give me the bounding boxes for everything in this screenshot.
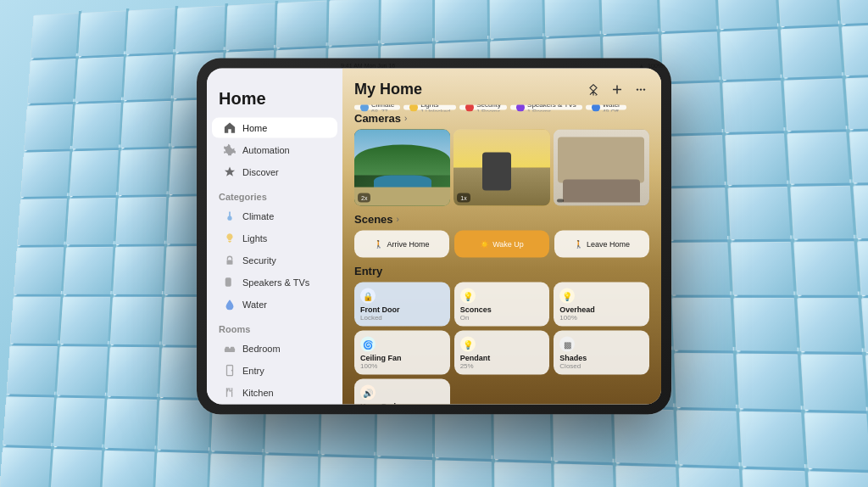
sidebar: Home Home Automation <box>207 69 342 405</box>
speaker-icon <box>224 277 236 288</box>
pendant-icon-row: 💡 <box>460 337 544 352</box>
lock-icon <box>224 255 236 266</box>
sidebar-item-bedroom[interactable]: Bedroom <box>212 339 337 359</box>
homepod-device-icon-row: 🔊 <box>360 385 444 400</box>
front-door-status: Locked <box>360 314 444 322</box>
pill-security[interactable]: Security 1 Rooms <box>459 105 507 110</box>
cube-cell <box>842 24 868 77</box>
cam2-badge: 1x <box>457 193 470 203</box>
device-card-ceiling-fan[interactable]: 🌀 Ceiling Fan 100% <box>354 331 450 375</box>
drop-icon <box>224 299 236 311</box>
cube-cell <box>69 150 120 198</box>
sidebar-item-speakers-tvs[interactable]: Speakers & TVs <box>212 272 337 293</box>
bluetooth-icon[interactable] <box>585 81 602 98</box>
overhead-icon-row: 💡 <box>559 288 643 304</box>
cube-cell <box>10 296 61 344</box>
cameras-header: Cameras › <box>354 112 649 125</box>
scene-arrive-home[interactable]: 🚶 Arrive Home <box>354 231 449 258</box>
wakeup-icon: ☀️ <box>480 240 489 249</box>
overhead-name: Overhead <box>559 305 643 314</box>
cube-cell <box>804 412 868 472</box>
sidebar-item-climate[interactable]: Climate <box>212 206 337 227</box>
cube-cell <box>31 13 80 59</box>
cameras-grid: 2x 1x <box>354 130 649 206</box>
cube-cell <box>783 78 848 132</box>
device-card-overhead[interactable]: 💡 Overhead 100% <box>554 283 649 327</box>
pill-climate[interactable]: Climate 68–77 <box>354 105 400 110</box>
star-icon <box>224 166 236 178</box>
cube-cell <box>777 0 840 27</box>
main-title: My Home <box>354 81 422 98</box>
cube-cell <box>66 198 117 245</box>
add-button[interactable] <box>609 81 626 98</box>
cube-cell <box>50 449 103 487</box>
overhead-icon: 💡 <box>559 288 575 304</box>
sidebar-item-water[interactable]: Water <box>212 294 337 315</box>
front-door-icon: 🔒 <box>360 288 376 304</box>
device-card-pendant[interactable]: 💡 Pendant 25% <box>454 331 550 375</box>
cube-cell <box>102 451 155 487</box>
cube-cell <box>674 353 737 409</box>
camera-thumb-2[interactable]: 1x <box>453 130 549 206</box>
sidebar-item-automation[interactable]: Automation <box>212 140 337 160</box>
cube-cell <box>75 56 125 103</box>
devices-grid: 🔒 Front Door Locked 💡 <box>354 283 649 405</box>
pill-speakers[interactable]: Speakers & TVs 1 Rooms <box>510 105 582 110</box>
sidebar-item-security[interactable]: Security <box>212 250 337 271</box>
speakers-pill-icon <box>516 105 525 112</box>
cube-cell <box>104 399 158 451</box>
ipad-screen: 9:41 AM Mon Jun 16 ▲ 100% Home Home <box>207 69 661 405</box>
camera-thumb-1[interactable]: 2x <box>354 130 450 206</box>
cam2-overlay: 1x <box>453 130 549 206</box>
leave-icon: 🚶 <box>574 240 583 249</box>
cube-cell <box>57 346 109 396</box>
shades-icon-row: ▩ <box>559 337 643 352</box>
cube-cell <box>797 298 864 354</box>
cube-cell <box>53 397 106 449</box>
gear-icon <box>224 144 236 156</box>
cameras-section: Cameras › 2 <box>342 112 661 213</box>
cube-cell <box>663 82 723 134</box>
wakeup-label: Wake Up <box>492 240 524 249</box>
pill-water[interactable]: Water 49 Off <box>586 105 626 110</box>
section-title-rooms: Rooms <box>207 316 342 338</box>
entry-icon <box>224 365 236 377</box>
cube-cell <box>725 133 787 186</box>
sidebar-item-kitchen[interactable]: Kitchen <box>212 383 337 403</box>
sidebar-title: Home <box>207 89 342 117</box>
device-card-shades[interactable]: ▩ Shades Closed <box>554 331 649 375</box>
arrive-icon: 🚶 <box>374 240 383 249</box>
house-icon <box>224 122 236 134</box>
cameras-chevron[interactable]: › <box>404 114 407 123</box>
cube-cell <box>667 188 729 241</box>
scene-wake-up[interactable]: ☀️ Wake Up <box>454 231 549 258</box>
sconces-icon: 💡 <box>460 288 476 304</box>
scenes-row: 🚶 Arrive Home ☀️ Wake Up 🚶 Leave Home <box>354 231 649 258</box>
camera-thumb-3[interactable] <box>554 130 649 206</box>
scenes-chevron[interactable]: › <box>397 215 399 224</box>
ipad-device: 9:41 AM Mon Jun 16 ▲ 100% Home Home <box>197 59 671 415</box>
more-button[interactable] <box>632 81 649 98</box>
svg-point-10 <box>637 88 638 90</box>
cube-cell <box>121 101 172 148</box>
sidebar-item-entry[interactable]: Entry <box>212 361 337 381</box>
entry-section: Entry 🔒 Front Door Locked <box>342 265 661 405</box>
sidebar-item-discover[interactable]: Discover <box>212 162 337 182</box>
cube-cell <box>59 296 111 345</box>
sidebar-item-lights[interactable]: Lights <box>212 228 337 249</box>
overhead-status: 100% <box>559 314 643 322</box>
cube-cell <box>669 242 732 295</box>
cube-cell <box>17 199 67 246</box>
cube-cell <box>124 54 174 101</box>
bedroom-icon <box>224 343 236 355</box>
pill-lights[interactable]: Lights 1 Unlocked <box>403 105 456 110</box>
device-card-homepod[interactable]: 🔊 HomePod Not Playing <box>354 379 450 405</box>
lights-pill-icon <box>409 105 418 112</box>
cube-cell <box>739 411 805 469</box>
cube-cell <box>787 132 851 185</box>
sidebar-item-home[interactable]: Home <box>212 118 337 138</box>
cube-cell <box>63 247 114 295</box>
scene-leave-home[interactable]: 🚶 Leave Home <box>554 231 649 258</box>
device-card-front-door[interactable]: 🔒 Front Door Locked <box>354 283 450 327</box>
device-card-sconces[interactable]: 💡 Sconces On <box>454 283 550 327</box>
